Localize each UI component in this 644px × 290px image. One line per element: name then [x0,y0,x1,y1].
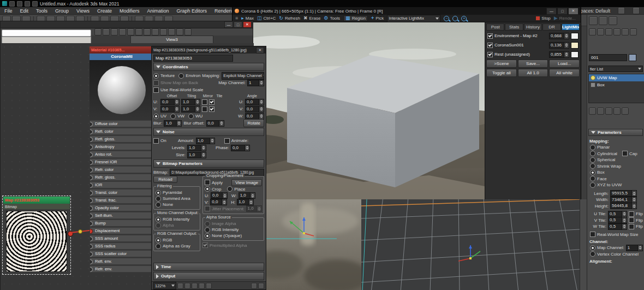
lightbulb-icon[interactable] [591,75,595,80]
slot-anisotropy[interactable]: Anisotropy [90,143,154,150]
crop-v-spinner[interactable]: 0,0 [210,199,227,205]
command-panel-tab-hierarchy[interactable] [605,28,612,35]
image-alpha-radio[interactable] [205,221,210,227]
v-angle-spinner[interactable]: 0,0 [245,106,264,113]
material-preview[interactable] [90,60,154,120]
input-socket[interactable] [90,183,93,188]
u-angle-spinner[interactable]: 0,0 [245,99,264,105]
view-tab[interactable]: View3 [130,35,213,43]
input-socket-connected[interactable] [90,229,93,234]
quick-access-icon[interactable] [32,1,38,7]
input-socket[interactable] [90,122,93,127]
configure-stack-icon[interactable] [622,108,629,115]
radio-face[interactable] [590,176,595,181]
slot-displacement[interactable]: Displacement [90,227,154,234]
lightmix-checkbox[interactable] [487,43,493,48]
rotate-button[interactable]: Rotate [243,119,264,127]
v-tiling-spinner[interactable]: 1,0 [181,106,200,113]
output-rollout-header[interactable]: Output [153,272,264,280]
input-socket[interactable] [90,206,93,211]
width-spinner[interactable]: 73464,1 [610,197,637,203]
blur-spinner[interactable]: 1,0 [164,120,182,127]
input-socket[interactable] [90,129,93,134]
radio-planar[interactable] [590,145,595,150]
lightmix-value-spinner[interactable]: 0,668 [549,33,569,39]
toolbar-icon[interactable] [599,16,607,25]
slot-transl-color[interactable]: Transl. color [90,189,154,196]
slot-transl-frac[interactable]: Transl. frac. [90,197,154,204]
load-button[interactable]: Load... [549,60,580,68]
place-radio[interactable] [227,186,232,192]
noise-size-spinner[interactable]: 1,0 [187,152,206,158]
tools-button[interactable]: ⚙Tools [324,16,340,21]
radio-spherical[interactable] [590,157,595,163]
wu-radio[interactable] [188,114,194,119]
lightmix-value-spinner[interactable]: 0,855 [549,51,569,58]
input-socket[interactable] [90,145,93,150]
command-panel-tab-display[interactable] [622,28,629,35]
statusbar-icon[interactable] [192,283,198,289]
input-socket[interactable] [90,137,93,142]
refresh-button[interactable]: ↻Refresh [279,16,300,21]
slate-toolbar-icon[interactable] [127,28,134,35]
crop-w-spinner[interactable]: 1,0 [238,192,255,199]
quick-access-icon[interactable] [9,1,15,7]
minimize-button[interactable]: — [224,21,233,28]
copy-button[interactable]: ◫Ctrl+C [257,16,276,21]
command-panel-tab-create[interactable] [589,28,596,35]
input-socket[interactable] [90,267,93,272]
crop-h-spinner[interactable]: 1,0 [237,199,254,205]
maximize-button[interactable]: □ [557,8,568,15]
slot-sss-radius[interactable]: SSS radius [90,242,154,250]
lightmix-color-swatch[interactable] [571,42,579,49]
region-button[interactable]: ▦Region [343,15,368,21]
texture-radio[interactable] [153,73,159,79]
statusbar-icon[interactable] [206,283,212,289]
radio-shrink-wrap[interactable] [590,163,595,169]
lightmix-color-swatch[interactable] [571,33,579,39]
uv-radio[interactable] [153,114,159,119]
slate-toolbar-icon[interactable] [103,28,110,35]
object-name-field[interactable]: 001 [589,54,627,61]
menu-edit[interactable]: Edit [20,8,29,14]
stack-item-uvw-map[interactable]: UVW Map [589,74,644,81]
w-tile-spinner[interactable]: 0,5 [608,223,627,230]
save-button[interactable]: Save... [518,60,548,68]
slot-diffuse-color[interactable]: Diffuse color [90,120,154,127]
remove-modifier-icon[interactable] [613,108,621,115]
quick-access-icon[interactable] [17,1,22,7]
erase-button[interactable]: ✖Erase [303,16,320,21]
cap-checkbox[interactable] [622,151,628,156]
v-mirror-checkbox[interactable] [202,106,207,112]
command-panel-tab-modify[interactable] [597,28,604,35]
render-image[interactable] [232,22,485,199]
w-flip-checkbox[interactable] [629,224,634,229]
viewport-perspective-wireframe[interactable] [361,199,580,290]
tab-history[interactable]: History [524,23,542,31]
slot-bump[interactable]: Bump [90,220,154,227]
toolbar-icon[interactable] [589,16,598,25]
all-white-button[interactable]: All white [549,69,580,77]
menu-graph-editors[interactable]: Graph Editors [176,8,207,14]
real-world-checkbox[interactable] [590,232,595,237]
lightmix-checkbox[interactable] [487,52,493,57]
slot-refr-gloss[interactable]: Refr. gloss. [90,174,154,181]
show-map-on-back-checkbox[interactable] [153,80,159,86]
noise-on-checkbox[interactable] [153,138,159,144]
menu-modifiers[interactable]: Modifiers [120,8,140,14]
zoom-reset-icon[interactable] [452,16,458,21]
lightmix-checkbox[interactable] [487,33,493,39]
statusbar-icon[interactable] [184,283,190,289]
close-button[interactable]: ✕ [256,47,264,54]
u-tiling-spinner[interactable]: 1,0 [181,99,200,105]
slate-toolbar-icon[interactable] [160,28,167,35]
workspaces-label[interactable]: spaces: Default [578,8,610,14]
radio-box[interactable] [590,170,595,175]
slate-toolbar-icon[interactable] [168,28,175,35]
stack-item-box[interactable]: Box [589,81,644,88]
make-unique-icon[interactable] [605,108,612,115]
input-socket[interactable] [90,244,93,249]
statusbar-icon[interactable] [251,283,257,289]
pyramidal-radio[interactable] [156,190,161,196]
corona-titlebar[interactable]: Corona 6 (Hotfix 2) | 665×505px (1:1) | … [232,7,581,15]
